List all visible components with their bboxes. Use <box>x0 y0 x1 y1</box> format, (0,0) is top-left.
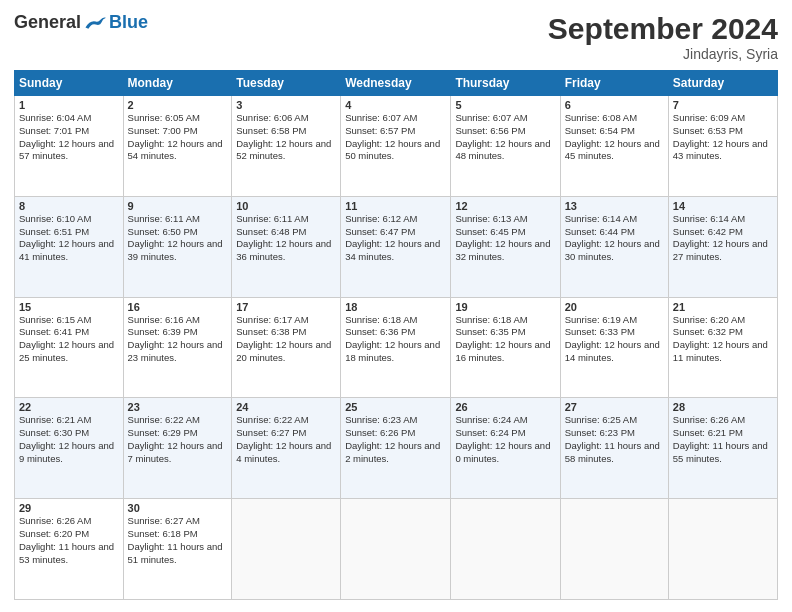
calendar-cell: 23Sunrise: 6:22 AMSunset: 6:29 PMDayligh… <box>123 398 232 499</box>
day-number: 20 <box>565 301 664 313</box>
month-title: September 2024 <box>548 12 778 46</box>
calendar-header-thursday: Thursday <box>451 71 560 96</box>
page: General Blue September 2024 Jindayris, S… <box>0 0 792 612</box>
day-number: 25 <box>345 401 446 413</box>
calendar-cell: 30Sunrise: 6:27 AMSunset: 6:18 PMDayligh… <box>123 499 232 600</box>
day-number: 10 <box>236 200 336 212</box>
cell-info: Sunrise: 6:16 AMSunset: 6:39 PMDaylight:… <box>128 314 228 365</box>
calendar-week-row: 8Sunrise: 6:10 AMSunset: 6:51 PMDaylight… <box>15 196 778 297</box>
day-number: 8 <box>19 200 119 212</box>
calendar-cell <box>232 499 341 600</box>
cell-info: Sunrise: 6:15 AMSunset: 6:41 PMDaylight:… <box>19 314 119 365</box>
day-number: 4 <box>345 99 446 111</box>
day-number: 6 <box>565 99 664 111</box>
cell-info: Sunrise: 6:04 AMSunset: 7:01 PMDaylight:… <box>19 112 119 163</box>
header: General Blue September 2024 Jindayris, S… <box>14 12 778 62</box>
day-number: 13 <box>565 200 664 212</box>
cell-info: Sunrise: 6:11 AMSunset: 6:48 PMDaylight:… <box>236 213 336 264</box>
day-number: 15 <box>19 301 119 313</box>
calendar-cell: 20Sunrise: 6:19 AMSunset: 6:33 PMDayligh… <box>560 297 668 398</box>
cell-info: Sunrise: 6:18 AMSunset: 6:35 PMDaylight:… <box>455 314 555 365</box>
day-number: 16 <box>128 301 228 313</box>
calendar-cell: 18Sunrise: 6:18 AMSunset: 6:36 PMDayligh… <box>341 297 451 398</box>
calendar-cell: 2Sunrise: 6:05 AMSunset: 7:00 PMDaylight… <box>123 96 232 197</box>
calendar-header-tuesday: Tuesday <box>232 71 341 96</box>
calendar-cell: 24Sunrise: 6:22 AMSunset: 6:27 PMDayligh… <box>232 398 341 499</box>
day-number: 18 <box>345 301 446 313</box>
day-number: 19 <box>455 301 555 313</box>
cell-info: Sunrise: 6:19 AMSunset: 6:33 PMDaylight:… <box>565 314 664 365</box>
calendar-cell: 15Sunrise: 6:15 AMSunset: 6:41 PMDayligh… <box>15 297 124 398</box>
calendar-cell: 26Sunrise: 6:24 AMSunset: 6:24 PMDayligh… <box>451 398 560 499</box>
cell-info: Sunrise: 6:26 AMSunset: 6:21 PMDaylight:… <box>673 414 773 465</box>
calendar-cell: 25Sunrise: 6:23 AMSunset: 6:26 PMDayligh… <box>341 398 451 499</box>
calendar-cell: 9Sunrise: 6:11 AMSunset: 6:50 PMDaylight… <box>123 196 232 297</box>
cell-info: Sunrise: 6:20 AMSunset: 6:32 PMDaylight:… <box>673 314 773 365</box>
logo-blue-text: Blue <box>109 12 148 33</box>
cell-info: Sunrise: 6:17 AMSunset: 6:38 PMDaylight:… <box>236 314 336 365</box>
calendar-header-saturday: Saturday <box>668 71 777 96</box>
cell-info: Sunrise: 6:21 AMSunset: 6:30 PMDaylight:… <box>19 414 119 465</box>
cell-info: Sunrise: 6:22 AMSunset: 6:29 PMDaylight:… <box>128 414 228 465</box>
calendar-cell: 21Sunrise: 6:20 AMSunset: 6:32 PMDayligh… <box>668 297 777 398</box>
cell-info: Sunrise: 6:24 AMSunset: 6:24 PMDaylight:… <box>455 414 555 465</box>
calendar-header-friday: Friday <box>560 71 668 96</box>
calendar-header-sunday: Sunday <box>15 71 124 96</box>
day-number: 29 <box>19 502 119 514</box>
logo-area: General Blue <box>14 12 148 33</box>
calendar-cell: 27Sunrise: 6:25 AMSunset: 6:23 PMDayligh… <box>560 398 668 499</box>
calendar-header-monday: Monday <box>123 71 232 96</box>
cell-info: Sunrise: 6:13 AMSunset: 6:45 PMDaylight:… <box>455 213 555 264</box>
cell-info: Sunrise: 6:26 AMSunset: 6:20 PMDaylight:… <box>19 515 119 566</box>
calendar-cell <box>560 499 668 600</box>
calendar-cell <box>451 499 560 600</box>
calendar-header-row: SundayMondayTuesdayWednesdayThursdayFrid… <box>15 71 778 96</box>
day-number: 14 <box>673 200 773 212</box>
day-number: 5 <box>455 99 555 111</box>
calendar-cell: 29Sunrise: 6:26 AMSunset: 6:20 PMDayligh… <box>15 499 124 600</box>
calendar-cell: 7Sunrise: 6:09 AMSunset: 6:53 PMDaylight… <box>668 96 777 197</box>
calendar-week-row: 22Sunrise: 6:21 AMSunset: 6:30 PMDayligh… <box>15 398 778 499</box>
day-number: 27 <box>565 401 664 413</box>
title-area: September 2024 Jindayris, Syria <box>548 12 778 62</box>
day-number: 12 <box>455 200 555 212</box>
cell-info: Sunrise: 6:12 AMSunset: 6:47 PMDaylight:… <box>345 213 446 264</box>
calendar-week-row: 1Sunrise: 6:04 AMSunset: 7:01 PMDaylight… <box>15 96 778 197</box>
day-number: 9 <box>128 200 228 212</box>
day-number: 30 <box>128 502 228 514</box>
calendar-cell: 22Sunrise: 6:21 AMSunset: 6:30 PMDayligh… <box>15 398 124 499</box>
calendar-cell: 10Sunrise: 6:11 AMSunset: 6:48 PMDayligh… <box>232 196 341 297</box>
calendar-cell: 4Sunrise: 6:07 AMSunset: 6:57 PMDaylight… <box>341 96 451 197</box>
calendar-cell: 28Sunrise: 6:26 AMSunset: 6:21 PMDayligh… <box>668 398 777 499</box>
cell-info: Sunrise: 6:27 AMSunset: 6:18 PMDaylight:… <box>128 515 228 566</box>
location-subtitle: Jindayris, Syria <box>548 46 778 62</box>
calendar-cell: 3Sunrise: 6:06 AMSunset: 6:58 PMDaylight… <box>232 96 341 197</box>
cell-info: Sunrise: 6:23 AMSunset: 6:26 PMDaylight:… <box>345 414 446 465</box>
cell-info: Sunrise: 6:07 AMSunset: 6:56 PMDaylight:… <box>455 112 555 163</box>
calendar-cell: 5Sunrise: 6:07 AMSunset: 6:56 PMDaylight… <box>451 96 560 197</box>
calendar-cell: 17Sunrise: 6:17 AMSunset: 6:38 PMDayligh… <box>232 297 341 398</box>
day-number: 3 <box>236 99 336 111</box>
cell-info: Sunrise: 6:06 AMSunset: 6:58 PMDaylight:… <box>236 112 336 163</box>
cell-info: Sunrise: 6:14 AMSunset: 6:42 PMDaylight:… <box>673 213 773 264</box>
cell-info: Sunrise: 6:08 AMSunset: 6:54 PMDaylight:… <box>565 112 664 163</box>
calendar-cell <box>668 499 777 600</box>
day-number: 7 <box>673 99 773 111</box>
calendar-cell <box>341 499 451 600</box>
day-number: 17 <box>236 301 336 313</box>
cell-info: Sunrise: 6:09 AMSunset: 6:53 PMDaylight:… <box>673 112 773 163</box>
cell-info: Sunrise: 6:05 AMSunset: 7:00 PMDaylight:… <box>128 112 228 163</box>
day-number: 11 <box>345 200 446 212</box>
cell-info: Sunrise: 6:22 AMSunset: 6:27 PMDaylight:… <box>236 414 336 465</box>
cell-info: Sunrise: 6:14 AMSunset: 6:44 PMDaylight:… <box>565 213 664 264</box>
calendar-cell: 8Sunrise: 6:10 AMSunset: 6:51 PMDaylight… <box>15 196 124 297</box>
calendar-cell: 12Sunrise: 6:13 AMSunset: 6:45 PMDayligh… <box>451 196 560 297</box>
day-number: 1 <box>19 99 119 111</box>
day-number: 2 <box>128 99 228 111</box>
calendar-cell: 19Sunrise: 6:18 AMSunset: 6:35 PMDayligh… <box>451 297 560 398</box>
calendar-cell: 1Sunrise: 6:04 AMSunset: 7:01 PMDaylight… <box>15 96 124 197</box>
cell-info: Sunrise: 6:07 AMSunset: 6:57 PMDaylight:… <box>345 112 446 163</box>
day-number: 26 <box>455 401 555 413</box>
day-number: 22 <box>19 401 119 413</box>
logo: General Blue <box>14 12 148 33</box>
